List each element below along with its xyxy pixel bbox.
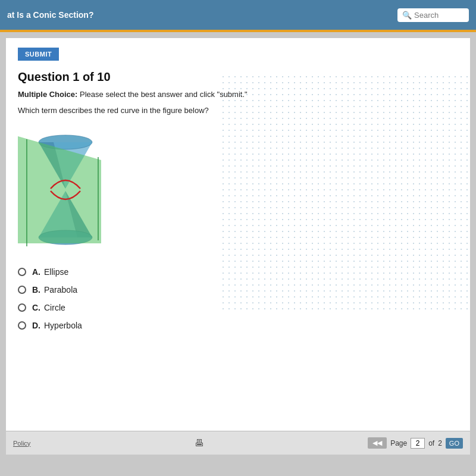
main-content: SUBMIT Question 1 of 10 Multiple Choice:… [6, 38, 470, 455]
choice-b[interactable]: B. Parabola [18, 285, 458, 295]
question-type-label: Multiple Choice: [18, 90, 77, 99]
choice-c-letter: C. [32, 303, 40, 312]
page-input[interactable] [411, 438, 425, 449]
conic-svg [18, 124, 113, 255]
choice-d-letter: D. [32, 321, 40, 330]
page-title: at Is a Conic Section? [7, 10, 93, 20]
accent-line [0, 30, 476, 32]
prev-page-button[interactable]: ◀◀ [368, 437, 387, 449]
radio-c[interactable] [18, 303, 26, 312]
choice-c-text: Circle [44, 303, 65, 312]
radio-b[interactable] [18, 286, 26, 294]
search-input[interactable] [414, 11, 465, 20]
go-button[interactable]: GO [446, 438, 463, 449]
choice-b-text: Parabola [44, 285, 77, 295]
print-icon[interactable]: 🖶 [195, 438, 204, 449]
svg-marker-8 [18, 136, 101, 243]
choice-d-text: Hyperbola [44, 321, 82, 330]
conic-figure [18, 124, 113, 255]
page-label: Page [390, 439, 407, 447]
instructions: Multiple Choice: Please select the best … [18, 90, 458, 99]
choice-a-letter: A. [32, 267, 40, 277]
page-of-label: of [428, 439, 434, 447]
instructions-text: Please select the best answer and click … [80, 90, 248, 99]
choice-a-text: Ellipse [44, 267, 68, 277]
pagination: ◀◀ Page of 2 GO [368, 437, 463, 449]
bottom-center: 🖶 [195, 438, 204, 449]
submit-button[interactable]: SUBMIT [18, 48, 59, 61]
choice-b-letter: B. [32, 285, 40, 295]
radio-d[interactable] [18, 321, 26, 330]
search-box[interactable]: 🔍 [397, 8, 469, 22]
privacy-policy-link[interactable]: Policy [13, 440, 30, 447]
choice-d[interactable]: D. Hyperbola [18, 321, 458, 330]
page-total: 2 [438, 439, 442, 447]
radio-a[interactable] [18, 268, 26, 276]
answer-choices: A. Ellipse B. Parabola C. Circle D. Hype… [18, 267, 458, 330]
question-text: Which term describes the red curve in th… [18, 106, 458, 115]
search-icon: 🔍 [402, 11, 412, 20]
top-bar: at Is a Conic Section? 🔍 [0, 0, 476, 30]
question-title: Question 1 of 10 [18, 70, 458, 84]
choice-a[interactable]: A. Ellipse [18, 267, 458, 277]
bottom-bar: Policy 🖶 ◀◀ Page of 2 GO [6, 431, 470, 455]
choice-c[interactable]: C. Circle [18, 303, 458, 312]
